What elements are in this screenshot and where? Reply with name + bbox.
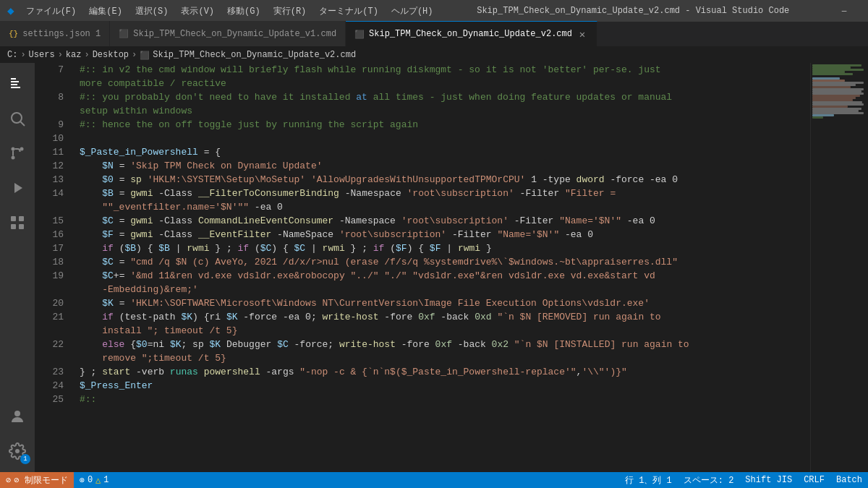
svg-line-5 [21, 122, 25, 127]
breadcrumb-file[interactable]: Skip_TPM_Check_on_Dynamic_Update_v2.cmd [153, 50, 356, 60]
code-line: $0 = sp 'HKLM:\SYSTEM\Setup\MoSetup' 'Al… [80, 173, 810, 187]
activity-git[interactable] [0, 136, 35, 171]
code-line: #:: [80, 393, 810, 406]
warning-count: 1 [103, 475, 109, 485]
menu-edit[interactable]: 編集(E) [83, 4, 128, 19]
cmd-file-icon-v1: ⬛ [119, 29, 129, 38]
breadcrumb-kaz[interactable]: kaz [66, 50, 82, 60]
svg-point-4 [12, 113, 22, 123]
menu-run[interactable]: 実行(R) [268, 4, 312, 19]
code-line: else {$0=ni $K; sp $K Debugger $C -force… [80, 338, 810, 351]
status-left: ⊘ ⊘ 制限モード ⊗ 0 △ 1 [0, 472, 115, 488]
activity-bar-bottom: 1 [0, 399, 35, 472]
code-line: -Embedding)&rem;' [80, 283, 810, 296]
error-icon: ⊗ [80, 475, 85, 486]
activity-settings[interactable]: 1 [0, 434, 35, 468]
svg-rect-13 [19, 224, 24, 229]
code-line: more compatible / reactive [80, 77, 810, 90]
activity-explorer[interactable] [0, 67, 35, 101]
indentation[interactable]: スペース: 2 [678, 472, 740, 488]
breadcrumb-c[interactable]: C: [7, 50, 17, 60]
title-bar: ◆ ファイル(F) 編集(E) 選択(S) 表示(V) 移動(G) 実行(R) … [0, 0, 868, 22]
settings-badge: 1 [20, 454, 30, 464]
tab-v1-label: Skip_TPM_Check_on_Dynamic_Update_v1.cmd [133, 29, 336, 39]
svg-rect-10 [11, 216, 16, 221]
menu-select[interactable]: 選択(S) [129, 4, 174, 19]
code-line: #:: in v2 the cmd window will briefly fl… [80, 63, 810, 77]
tab-settings[interactable]: {} settings.json 1 [0, 21, 110, 46]
code-line: #:: you probably don't need to have it i… [80, 90, 810, 104]
code-lines: #:: in v2 the cmd window will briefly fl… [72, 63, 810, 472]
breadcrumb-desktop[interactable]: Desktop [93, 50, 129, 60]
tab-v1[interactable]: ⬛ Skip_TPM_Check_on_Dynamic_Update_v1.cm… [110, 21, 346, 46]
language-mode[interactable]: Batch [830, 472, 868, 488]
status-right: 行 1、列 1 スペース: 2 Shift JIS CRLF Batch [619, 472, 868, 488]
restricted-mode-label: ⊘ 制限モード [14, 474, 67, 487]
window-title: Skip_TPM_Check_on_Dynamic_Update_v2.cmd … [439, 6, 827, 16]
tab-settings-label: settings.json 1 [22, 29, 101, 39]
minimap-content [811, 63, 868, 120]
cmd-file-icon-v2: ⬛ [354, 30, 365, 39]
minimap-line [812, 73, 853, 75]
menu-go[interactable]: 移動(G) [221, 4, 266, 19]
menu-help[interactable]: ヘルプ(H) [386, 4, 439, 19]
minimap [810, 63, 868, 472]
svg-rect-3 [11, 87, 20, 88]
editor-area: 7 8 9 10 11 12 13 14 15 16 17 18 19 [35, 63, 868, 472]
tab-v2[interactable]: ⬛ Skip_TPM_Check_on_Dynamic_Update_v2.cm… [346, 21, 597, 46]
code-line: $K = 'HKLM:\SOFTWARE\Microsoft\Windows N… [80, 296, 810, 310]
code-content: 7 8 9 10 11 12 13 14 15 16 17 18 19 [35, 63, 810, 472]
encoding[interactable]: Shift JIS [739, 472, 798, 488]
code-line: $B = gwmi -Class __FilterToConsumerBindi… [80, 187, 810, 200]
activity-extensions[interactable] [0, 205, 35, 240]
code-editor[interactable]: 7 8 9 10 11 12 13 14 15 16 17 18 19 [35, 63, 810, 472]
main-layout: 1 7 8 9 10 11 12 13 14 15 [0, 63, 868, 472]
code-line: $N = 'Skip TPM Check on Dynamic Update' [80, 159, 810, 173]
vscode-icon: ◆ [7, 4, 14, 18]
encoding-label: Shift JIS [745, 475, 792, 485]
position-label: 行 1、列 1 [625, 474, 672, 487]
line-ending[interactable]: CRLF [798, 472, 830, 488]
code-line: $C = gwmi -Class CommandLineEventConsume… [80, 214, 810, 228]
window-controls: — [827, 0, 861, 22]
svg-point-14 [14, 411, 20, 416]
activity-search[interactable] [0, 101, 35, 136]
code-line [80, 132, 810, 145]
activity-bar: 1 [0, 63, 35, 472]
code-line: remove ";timeout /t 5} [80, 351, 810, 365]
restricted-mode-icon: ⊘ [6, 475, 11, 486]
code-line: if ($B) { $B | rwmi } ; if ($C) { $C | r… [80, 241, 810, 255]
windows-icon: ⬛ [140, 51, 150, 60]
breadcrumb-users[interactable]: Users [29, 50, 55, 60]
language-label: Batch [836, 475, 862, 485]
line-ending-label: CRLF [804, 475, 825, 485]
menu-terminal[interactable]: ターミナル(T) [313, 4, 384, 19]
tab-bar: {} settings.json 1 ⬛ Skip_TPM_Check_on_D… [0, 22, 868, 47]
svg-rect-1 [11, 81, 19, 82]
line-numbers: 7 8 9 10 11 12 13 14 15 16 17 18 19 [35, 63, 72, 472]
cursor-position[interactable]: 行 1、列 1 [619, 472, 678, 488]
close-tab-button[interactable]: ✕ [576, 28, 588, 40]
errors-button[interactable]: ⊗ 0 △ 1 [74, 472, 115, 488]
svg-point-6 [12, 147, 15, 151]
menu-bar: ファイル(F) 編集(E) 選択(S) 表示(V) 移動(G) 実行(R) ター… [20, 4, 439, 19]
svg-marker-9 [14, 183, 22, 193]
status-bar: ⊘ ⊘ 制限モード ⊗ 0 △ 1 行 1、列 1 スペース: 2 Shift … [0, 472, 868, 488]
minimap-line [812, 116, 823, 119]
json-file-icon: {} [9, 30, 18, 38]
svg-rect-2 [11, 84, 17, 85]
code-line: install "; timeout /t 5} [80, 324, 810, 338]
activity-debug[interactable] [0, 171, 35, 205]
code-line: } ; start -verb runas powershell -args "… [80, 365, 810, 379]
code-line: setup within windows [80, 104, 810, 118]
menu-view[interactable]: 表示(V) [175, 4, 220, 19]
spaces-label: スペース: 2 [684, 474, 734, 487]
activity-account[interactable] [0, 399, 35, 434]
minimize-button[interactable]: — [827, 0, 861, 22]
restricted-mode-button[interactable]: ⊘ ⊘ 制限モード [0, 472, 74, 488]
code-line: ""_eventfilter.name='$N'"" -ea 0 [80, 200, 810, 214]
error-count: 0 [88, 475, 93, 485]
menu-file[interactable]: ファイル(F) [20, 4, 82, 19]
code-line: $F = gwmi -Class __EventFilter -NameSpac… [80, 228, 810, 241]
svg-rect-11 [19, 216, 24, 221]
